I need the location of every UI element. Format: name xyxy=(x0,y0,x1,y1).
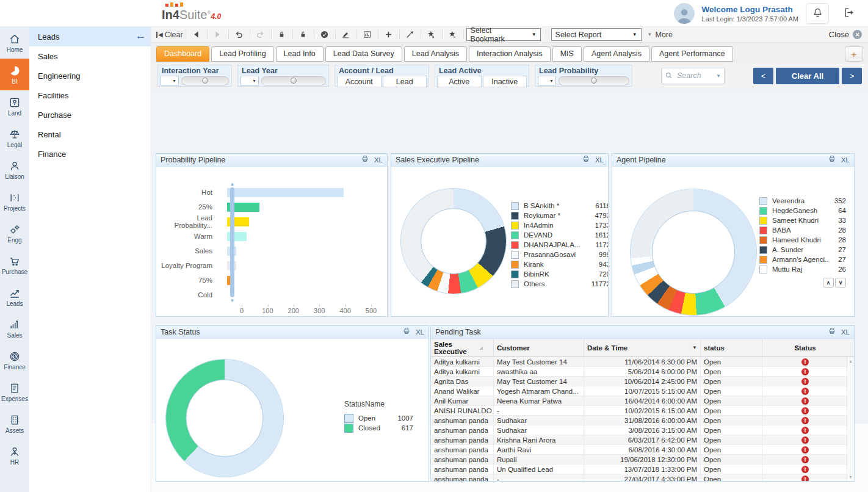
legend-item-dhanrajpala[interactable]: DHANRAJPALA...1172 xyxy=(511,240,608,250)
legend-item-baba[interactable]: BABA28 xyxy=(759,225,846,235)
legend-item-kirank[interactable]: Kirank943 xyxy=(511,259,608,269)
clear-all-button[interactable]: Clear All xyxy=(776,68,839,84)
export-xl-button[interactable]: XL xyxy=(841,156,850,164)
redo-button[interactable] xyxy=(253,28,269,42)
next-button[interactable]: > xyxy=(842,68,862,84)
export-xl-button[interactable]: XL xyxy=(841,328,850,336)
notifications-button[interactable] xyxy=(806,3,829,24)
table-row[interactable]: Agnita DasMay Test Customer 1410/06/2014… xyxy=(431,377,854,386)
search-input[interactable] xyxy=(676,71,714,81)
legend-item-closed[interactable]: Closed617 xyxy=(344,423,413,433)
add-tab-button[interactable]: + xyxy=(845,46,863,62)
column-header-date-time[interactable]: Date & Time▼ xyxy=(584,339,701,356)
chart-button[interactable] xyxy=(360,28,375,42)
filter-option-account[interactable]: Account xyxy=(337,76,382,87)
chart-scrollbar[interactable]: ▲▼ xyxy=(230,187,234,297)
logout-button[interactable] xyxy=(836,3,859,24)
slider-knob[interactable] xyxy=(202,78,208,84)
table-row[interactable]: Anil KumarNeena Kumar Patwa16/04/2014 6:… xyxy=(431,396,854,406)
slider-knob[interactable] xyxy=(591,78,597,84)
prev-button[interactable]: < xyxy=(753,68,773,84)
filter-option-inactive[interactable]: Inactive xyxy=(483,76,527,87)
scroll-down-icon[interactable]: ▼ xyxy=(848,475,853,479)
column-header-status[interactable]: Status xyxy=(762,339,848,356)
legend-item-hameed-khudri[interactable]: Hameed Khudri28 xyxy=(759,235,846,245)
column-header-customer[interactable]: Customer xyxy=(494,339,584,356)
legend-item-a-sunder[interactable]: A. Sunder27 xyxy=(759,245,846,255)
donut-chart[interactable] xyxy=(631,189,756,315)
tab-agent-performance[interactable]: Agent Performance xyxy=(651,46,733,62)
legend-scroll-up-icon[interactable]: ∧ xyxy=(823,278,834,288)
rail-item-expenses[interactable]: Expenses xyxy=(0,376,29,408)
rail-item-finance[interactable]: Finance xyxy=(0,344,29,376)
legend-item-b-sankith[interactable]: B SAnkith *6118 xyxy=(511,201,608,211)
table-row[interactable]: anshuman panda-27/04/2017 4:33:00 PMOpen… xyxy=(431,474,854,481)
rail-item-land[interactable]: Land xyxy=(0,90,29,122)
table-row[interactable]: Aditya kulkarniswasthika aa5/06/2014 6:0… xyxy=(431,367,854,377)
rail-item-legal[interactable]: Legal xyxy=(0,122,29,154)
approve-button[interactable] xyxy=(317,28,333,42)
column-header-sales-executive[interactable]: Sales Executive xyxy=(431,339,494,356)
filter-slider[interactable] xyxy=(181,76,229,85)
annotate-button[interactable] xyxy=(402,28,418,42)
rail-item-purchase[interactable]: Purchase xyxy=(0,249,29,281)
export-xl-button[interactable]: XL xyxy=(374,156,383,164)
print-icon[interactable] xyxy=(828,154,836,165)
step-back-clear-button[interactable]: ◀ Clear xyxy=(156,28,183,42)
rail-item-bi[interactable]: BI xyxy=(0,59,29,90)
table-row[interactable]: anshuman pandaSudhakar3/08/2016 3:15:00 … xyxy=(431,425,854,435)
menu-item-leads[interactable]: Leads xyxy=(29,27,151,46)
menu-item-facilities[interactable]: Facilities xyxy=(29,85,151,105)
close-button[interactable]: Close ✕ xyxy=(829,30,862,39)
legend-item-sameet-khudri[interactable]: Sameet Khudri33 xyxy=(759,215,846,225)
legend-item-prasannagosavi[interactable]: PrasannaGosavi999 xyxy=(511,250,608,259)
collapse-menu-arrow-icon[interactable]: ← xyxy=(136,30,146,42)
rail-item-assets[interactable]: Assets xyxy=(0,408,29,440)
filter-slider[interactable] xyxy=(559,76,629,85)
tab-dashboard[interactable]: Dashboard xyxy=(156,46,209,62)
export-xl-button[interactable]: XL xyxy=(416,328,424,336)
export-xl-button[interactable]: XL xyxy=(595,156,604,164)
filter-dropdown[interactable]: ▼ xyxy=(241,76,259,85)
lock-button[interactable] xyxy=(274,28,290,42)
filter-option-lead[interactable]: Lead xyxy=(383,76,427,87)
scroll-up-icon[interactable]: ▲ xyxy=(848,359,853,363)
legend-item-veerendra[interactable]: Veerendra352 xyxy=(759,196,846,206)
table-row[interactable]: anshuman pandaKrishna Rani Arora6/03/201… xyxy=(431,435,854,445)
table-row[interactable]: Aditya kulkarniMay Test Customer 1411/06… xyxy=(431,357,854,367)
select-bookmark-dropdown[interactable]: Select Bookmark▼ xyxy=(466,28,541,41)
rail-item-leads[interactable]: Leads xyxy=(0,281,29,313)
slider-knob[interactable] xyxy=(291,78,297,84)
column-header-status[interactable]: status xyxy=(701,339,762,356)
menu-item-purchase[interactable]: Purchase xyxy=(29,105,151,125)
legend-item-in4admin[interactable]: In4Admin1733 xyxy=(511,220,608,230)
table-row[interactable]: anshuman pandaRupali19/06/2018 12:30:00 … xyxy=(431,455,854,465)
print-icon[interactable] xyxy=(582,154,590,165)
legend-item-armann-s-agenci[interactable]: Armann's Agenci...27 xyxy=(759,255,846,264)
forward-button[interactable] xyxy=(210,28,226,42)
menu-item-engineering[interactable]: Engineering xyxy=(29,66,151,85)
undo-button[interactable] xyxy=(231,28,247,42)
menu-item-finance[interactable]: Finance xyxy=(29,144,151,164)
unlock-button[interactable] xyxy=(295,28,311,42)
tab-interaction-analysis[interactable]: Interaction Analysis xyxy=(469,46,551,62)
rail-item-home[interactable]: Home xyxy=(0,27,29,59)
add-button[interactable] xyxy=(381,28,397,42)
tab-lead-profiling[interactable]: Lead Profiling xyxy=(211,46,273,62)
legend-item-others[interactable]: Others11772 xyxy=(511,279,608,289)
bookmark-add-button[interactable] xyxy=(424,28,439,42)
filter-dropdown[interactable]: ▼ xyxy=(161,76,179,85)
tab-lead-analysis[interactable]: Lead Analysis xyxy=(404,46,467,62)
table-row[interactable]: ANISH RUNALDO-10/02/2015 6:15:00 AMOpen! xyxy=(431,406,854,416)
table-row[interactable]: anshuman pandaAarthi Ravi6/08/2016 4:30:… xyxy=(431,445,854,455)
donut-chart[interactable] xyxy=(166,360,283,477)
legend-item-bibinrk[interactable]: BibinRK720 xyxy=(511,269,608,279)
tab-mis[interactable]: MIS xyxy=(552,46,582,62)
legend-item-hegdeganesh[interactable]: HegdeGanesh64 xyxy=(759,206,846,215)
table-row[interactable]: anshuman pandaSudhakar31/08/2016 6:00:00… xyxy=(431,416,854,425)
print-icon[interactable] xyxy=(402,327,411,338)
more-button[interactable]: ▼ More xyxy=(648,31,673,39)
print-icon[interactable] xyxy=(361,154,369,165)
rail-item-projects[interactable]: Projects xyxy=(0,186,29,217)
rail-item-sales[interactable]: Sales xyxy=(0,313,29,344)
